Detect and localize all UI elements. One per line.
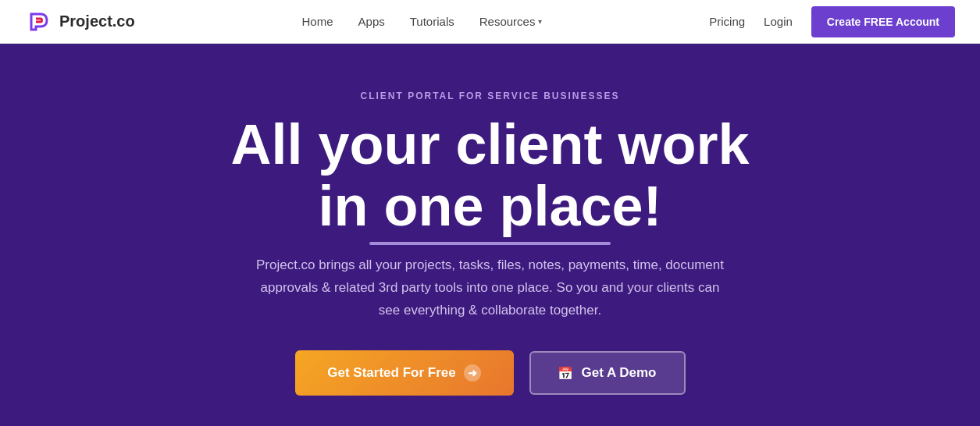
nav-home[interactable]: Home <box>302 15 333 28</box>
calendar-icon: 📅 <box>558 366 573 381</box>
hero-buttons: Get Started For Free ➜ 📅 Get A Demo <box>295 350 686 396</box>
chevron-down-icon: ▾ <box>538 17 542 26</box>
nav-pricing[interactable]: Pricing <box>709 15 745 28</box>
nav-links: Home Apps Tutorials Resources ▾ <box>302 15 543 28</box>
navbar: Project.co Home Apps Tutorials Resources… <box>0 0 980 44</box>
logo-icon <box>25 8 53 36</box>
create-account-button[interactable]: Create FREE Account <box>811 6 955 37</box>
logo-text: Project.co <box>59 12 135 30</box>
get-demo-label: Get A Demo <box>581 365 656 381</box>
get-started-button[interactable]: Get Started For Free ➜ <box>295 350 514 396</box>
get-demo-button[interactable]: 📅 Get A Demo <box>529 351 686 395</box>
logo-area: Project.co <box>25 8 135 36</box>
navbar-right: Pricing Login Create FREE Account <box>709 6 955 37</box>
get-started-label: Get Started For Free <box>327 365 455 381</box>
hero-description: Project.co brings all your projects, tas… <box>256 254 725 322</box>
hero-subtitle: CLIENT PORTAL FOR SERVICE BUSINESSES <box>360 91 619 101</box>
nav-apps[interactable]: Apps <box>358 15 385 28</box>
hero-section: CLIENT PORTAL FOR SERVICE BUSINESSES All… <box>0 44 980 426</box>
arrow-icon: ➜ <box>464 364 481 382</box>
hero-title: All your client work in one place! <box>230 114 749 245</box>
nav-login[interactable]: Login <box>764 15 793 28</box>
hero-title-line1: All your client work <box>230 113 749 176</box>
nav-tutorials[interactable]: Tutorials <box>410 15 454 28</box>
hero-title-line2: in one place! <box>318 176 661 245</box>
nav-resources[interactable]: Resources ▾ <box>479 15 543 28</box>
